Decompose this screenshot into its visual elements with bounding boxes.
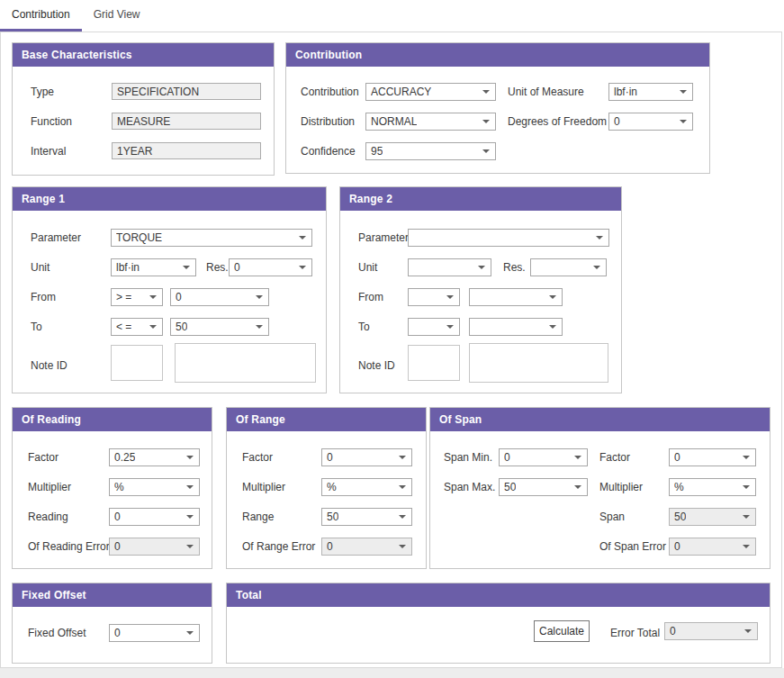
range2-unit-label: Unit: [358, 260, 377, 275]
dropdown-arrow-icon: [256, 325, 263, 329]
of-range-range-combobox[interactable]: 50: [321, 508, 412, 526]
of-reading-error-value: 0: [114, 540, 121, 553]
of-span-span-max-combobox[interactable]: 50: [499, 478, 588, 496]
range2-res-combobox[interactable]: [530, 258, 607, 276]
of-span-factor-value: 0: [674, 451, 680, 464]
range1-parameter-combobox[interactable]: TORQUE: [111, 229, 312, 247]
of-span-factor-combobox[interactable]: 0: [669, 448, 756, 466]
of-range-error-combobox: 0: [321, 538, 412, 556]
range2-to-label: To: [358, 320, 370, 334]
of-reading-multiplier-combobox[interactable]: %: [109, 478, 200, 496]
dropdown-arrow-icon: [446, 295, 454, 299]
panel-contribution-header: Contribution: [286, 43, 709, 67]
range2-from-operator-combobox[interactable]: [408, 288, 460, 306]
tab-bar: Contribution Grid View: [0, 0, 152, 32]
panel-base-characteristics: Base Characteristics Type SPECIFICATION …: [12, 42, 275, 176]
of-span-span-min-combobox[interactable]: 0: [499, 448, 588, 466]
of-reading-reading-combobox[interactable]: 0: [109, 508, 200, 526]
calculate-button-label: Calculate: [539, 625, 584, 637]
range1-unit-combobox[interactable]: lbf·in: [111, 258, 196, 276]
range2-from-value-combobox[interactable]: [469, 288, 563, 306]
type-field[interactable]: SPECIFICATION: [112, 83, 261, 100]
dropdown-arrow-icon: [186, 545, 194, 548]
fixed-offset-combobox[interactable]: 0: [109, 624, 200, 642]
dropdown-arrow-icon: [680, 90, 687, 94]
of-reading-multiplier-label: Multiplier: [28, 480, 71, 494]
dropdown-arrow-icon: [186, 515, 194, 519]
of-span-multiplier-label: Multiplier: [599, 480, 643, 494]
range1-unit-combobox-value: lbf·in: [116, 261, 140, 274]
tab-contribution-label: Contribution: [12, 8, 70, 21]
dropdown-arrow-icon: [149, 325, 157, 329]
panel-base-characteristics-header: Base Characteristics: [13, 43, 274, 67]
degrees-of-freedom-combobox[interactable]: 0: [608, 113, 693, 131]
dropdown-arrow-icon: [482, 149, 490, 153]
of-range-factor-combobox[interactable]: 0: [321, 448, 412, 466]
range2-to-operator-combobox[interactable]: [408, 318, 460, 336]
of-span-span-max-label: Span Max.: [444, 480, 495, 494]
of-reading-error-label: Of Reading Error: [28, 539, 110, 554]
of-reading-multiplier-value: %: [114, 481, 124, 493]
unit-of-measure-combobox[interactable]: lbf·in: [608, 83, 693, 101]
contribution-combobox[interactable]: ACCURACY: [365, 83, 496, 101]
of-span-error-combobox: 0: [669, 538, 756, 556]
dropdown-arrow-icon: [186, 485, 194, 489]
dropdown-arrow-icon: [256, 295, 263, 299]
of-reading-factor-combobox[interactable]: 0.25: [109, 448, 200, 466]
distribution-combobox[interactable]: NORMAL: [365, 113, 496, 131]
panel-fixed-offset: Fixed Offset Fixed Offset 0: [12, 583, 212, 664]
range2-note-text-field[interactable]: [469, 343, 608, 383]
of-span-multiplier-combobox[interactable]: %: [669, 478, 756, 496]
range1-from-operator-value: > =: [116, 291, 131, 303]
range2-unit-combobox[interactable]: [408, 258, 491, 276]
panel-of-reading: Of Reading Factor 0.25 Multiplier % Read…: [12, 407, 212, 569]
range1-parameter-combobox-value: TORQUE: [116, 231, 162, 244]
range1-parameter-label: Parameter: [31, 231, 81, 245]
fixed-offset-label: Fixed Offset: [28, 626, 86, 640]
tab-contribution[interactable]: Contribution: [0, 0, 82, 32]
of-span-multiplier-value: %: [674, 481, 684, 493]
dropdown-arrow-icon: [186, 631, 194, 635]
panel-total-header: Total: [227, 583, 770, 607]
range1-res-combobox[interactable]: 0: [229, 258, 312, 276]
dropdown-arrow-icon: [399, 485, 406, 489]
distribution-combobox-value: NORMAL: [371, 115, 417, 128]
of-span-error-value: 0: [674, 540, 680, 553]
calculate-button[interactable]: Calculate: [534, 620, 590, 642]
dropdown-arrow-icon: [593, 266, 600, 269]
dropdown-arrow-icon: [743, 485, 750, 489]
range1-to-operator-combobox[interactable]: < =: [111, 318, 163, 336]
interval-field[interactable]: 1YEAR: [112, 142, 261, 159]
range1-to-value-combobox[interactable]: 50: [170, 318, 269, 336]
panel-range-2: Range 2 Parameter Unit Res. From To Note…: [339, 186, 622, 393]
range2-note-id-field[interactable]: [408, 345, 460, 381]
panel-of-range: Of Range Factor 0 Multiplier % Range 50 …: [226, 407, 427, 569]
dropdown-arrow-icon: [743, 545, 750, 548]
of-span-span-min-value: 0: [504, 451, 510, 464]
of-span-factor-label: Factor: [599, 450, 630, 465]
of-range-range-value: 50: [327, 511, 338, 523]
range1-res-label: Res.: [206, 260, 229, 275]
error-total-combobox: 0: [664, 622, 758, 640]
of-range-multiplier-combobox[interactable]: %: [321, 478, 412, 496]
dropdown-arrow-icon: [549, 295, 556, 299]
range2-parameter-combobox[interactable]: [408, 229, 609, 247]
of-reading-reading-value: 0: [114, 511, 121, 523]
range1-note-id-label: Note ID: [31, 358, 68, 373]
of-range-multiplier-value: %: [327, 481, 337, 493]
range1-from-label: From: [31, 290, 56, 304]
range1-note-id-field[interactable]: [111, 345, 163, 381]
tab-grid-view[interactable]: Grid View: [82, 0, 152, 32]
dropdown-arrow-icon: [596, 236, 603, 240]
panel-range-1: Range 1 Parameter TORQUE Unit lbf·in Res…: [12, 186, 327, 393]
dropdown-arrow-icon: [478, 266, 485, 269]
range2-to-value-combobox[interactable]: [469, 318, 563, 336]
range1-from-value-combobox[interactable]: 0: [170, 288, 269, 306]
dropdown-arrow-icon: [482, 90, 490, 94]
dropdown-arrow-icon: [680, 120, 687, 123]
range1-from-operator-combobox[interactable]: > =: [111, 288, 163, 306]
range1-res-combobox-value: 0: [234, 261, 240, 274]
confidence-combobox[interactable]: 95: [365, 142, 496, 160]
range1-note-text-field[interactable]: [175, 343, 316, 383]
function-field[interactable]: MEASURE: [112, 113, 261, 130]
